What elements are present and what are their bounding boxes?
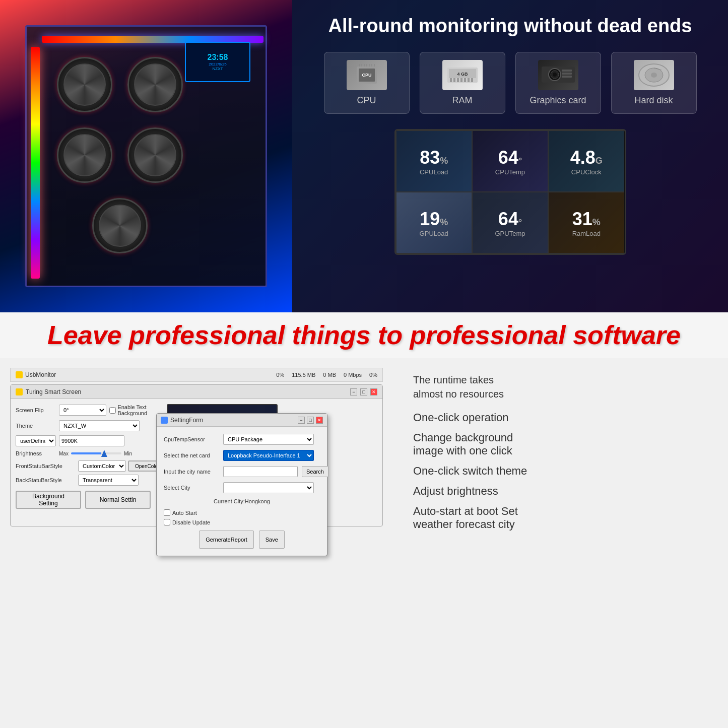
pc-image: 23:58 2022/6/25 NZXT <box>0 0 292 312</box>
ram-box: 4 GB RAM <box>420 52 505 114</box>
disable-update-label: Disable Update <box>164 519 320 525</box>
svg-text:CPU: CPU <box>362 73 371 78</box>
runtime-info-title: The runtime takes almost no resources <box>413 373 708 401</box>
cpu-clock-value: 4.8G <box>570 147 603 168</box>
svg-point-23 <box>553 73 557 77</box>
save-button[interactable]: Save <box>259 531 285 549</box>
gpu-temp-name: GPUTemp <box>495 230 525 237</box>
taskbar-app-icon <box>16 371 23 378</box>
setting-dialog: SettingForm − □ ✕ CpuTempSensor CPU Pack… <box>156 413 327 556</box>
hdd-icon <box>634 60 674 90</box>
taskbar-pct2: 0% <box>369 372 377 378</box>
back-style-select[interactable]: Transparent <box>78 475 139 486</box>
cpu-temp-sensor-row: CpuTempSensor CPU Package <box>164 434 320 445</box>
hardware-icons: CPU CPU <box>312 52 708 114</box>
ram-load-name: RamLoad <box>572 230 601 237</box>
enable-text-bg-label: Enable Text Background <box>109 404 162 416</box>
feature-1: One-click operation <box>413 411 708 424</box>
svg-rect-26 <box>562 76 572 78</box>
current-city-text: Current City:Hongkong <box>164 498 320 504</box>
net-card-select[interactable]: Loopback Pseudo-Interface 1 <box>223 450 314 461</box>
mini-screen-time: 23:58 <box>208 53 228 62</box>
minimize-button[interactable]: − <box>350 388 357 395</box>
generate-report-button[interactable]: GernerateReport <box>199 531 254 549</box>
taskbar-memory: 115.5 MB <box>292 372 315 378</box>
enable-text-bg-checkbox[interactable] <box>109 407 116 414</box>
background-setting-button[interactable]: Background Setting <box>16 491 81 509</box>
cpu-load-name: CPULoad <box>420 168 448 176</box>
disable-update-checkbox[interactable] <box>164 519 170 525</box>
ram-label: RAM <box>452 95 473 106</box>
svg-rect-19 <box>471 78 473 82</box>
cpu-clock-name: CPUClock <box>571 168 602 176</box>
svg-rect-15 <box>457 78 459 82</box>
auto-start-text: Auto Start <box>172 510 197 516</box>
svg-rect-18 <box>468 78 470 82</box>
cpu-temp-value: 64° <box>498 147 522 168</box>
right-info-panel: The runtime takes almost no resources On… <box>393 358 728 728</box>
top-section: 23:58 2022/6/25 NZXT All-round monitorin… <box>0 0 728 312</box>
cpu-temp-sensor-label: CpuTempSensor <box>164 436 219 442</box>
dialog-close-button[interactable]: ✕ <box>316 417 323 424</box>
gpu-load-cell: 19% GPULoad <box>396 192 472 253</box>
disable-update-row: Disable Update <box>164 519 320 525</box>
svg-text:4 GB: 4 GB <box>457 72 468 77</box>
theme-row: Theme NZXT_W <box>16 420 162 431</box>
dialog-minimize-button[interactable]: − <box>298 417 305 424</box>
normal-setting-button[interactable]: Normal Settin <box>85 491 151 509</box>
svg-rect-13 <box>450 78 452 82</box>
brightness-label: Brightness <box>16 450 56 456</box>
dialog-icon <box>161 417 168 424</box>
front-style-select[interactable]: CustomColor <box>78 460 126 472</box>
brightness-min-label: Min <box>124 451 132 456</box>
cpu-load-value: 83% <box>420 147 448 168</box>
tagline: All-round monitoring without dead ends <box>312 15 708 37</box>
search-button[interactable]: Search <box>302 466 328 477</box>
screen-flip-select[interactable]: 0° <box>59 405 106 416</box>
gpu-label: Graphics card <box>530 95 586 106</box>
mini-screen-brand: NZXT <box>213 67 223 71</box>
taskbar-app-name: UsbMonitor <box>25 371 56 378</box>
svg-rect-16 <box>460 78 462 82</box>
dialog-titlebar: SettingForm − □ ✕ <box>157 414 327 427</box>
cpu-temp-name: CPUTemp <box>495 168 525 176</box>
cpu-temp-sensor-select[interactable]: CPU Package <box>223 434 314 445</box>
brightness-slider[interactable] <box>71 452 121 454</box>
ram-icon: 4 GB <box>442 60 483 90</box>
screen-flip-label: Screen Flip <box>16 407 56 413</box>
hdd-box: Hard disk <box>611 52 697 114</box>
svg-rect-14 <box>453 78 455 82</box>
userdefine-select[interactable]: userDefine1 <box>16 435 56 446</box>
cpu-box: CPU CPU <box>324 52 410 114</box>
theme-label: Theme <box>16 423 56 429</box>
cpu-temp-cell: 64° CPUTemp <box>472 130 548 192</box>
cpu-label: CPU <box>357 95 376 106</box>
city-input[interactable] <box>223 466 298 477</box>
banner-text: Leave professional things to professiona… <box>47 320 681 350</box>
city-input-label: Input the city name <box>164 469 219 475</box>
screen-flip-row: Screen Flip 0° Enable Text Background <box>16 404 162 416</box>
select-city-row: Select City <box>164 482 320 493</box>
userdefine-row: userDefine1 <box>16 435 162 446</box>
auto-start-checkbox[interactable] <box>164 509 170 516</box>
front-style-row: FrontStatuBarStyle CustomColor OpenColor… <box>16 460 162 472</box>
software-area: UsbMonitor 0% 115.5 MB 0 MB 0 Mbps 0% Tu… <box>0 358 393 728</box>
taskbar-cpu: 0% <box>276 372 284 378</box>
dialog-maximize-button[interactable]: □ <box>307 417 314 424</box>
back-style-row: BackStatuBarStyle Transparent <box>16 475 162 486</box>
cpu-icon: CPU <box>347 60 387 90</box>
userdefine-input[interactable] <box>59 435 124 446</box>
taskbar-stats: 0% 115.5 MB 0 MB 0 Mbps 0% <box>276 372 377 378</box>
close-button[interactable]: ✕ <box>370 388 377 395</box>
ram-load-value: 31% <box>572 209 601 230</box>
select-city-dropdown[interactable] <box>223 482 314 493</box>
city-input-row: Input the city name Search <box>164 466 320 477</box>
theme-select[interactable]: NZXT_W <box>59 420 140 431</box>
main-window-title: Turing Smart Screen <box>26 388 81 395</box>
maximize-button[interactable]: □ <box>360 388 367 395</box>
select-city-label: Select City <box>164 485 219 491</box>
dialog-btn-row: GernerateReport Save <box>164 531 320 549</box>
cpu-load-cell: 83% CPULoad <box>396 130 472 192</box>
dialog-content: CpuTempSensor CPU Package Select the net… <box>157 427 327 556</box>
features-list: One-click operation Change backgroundima… <box>413 411 708 531</box>
